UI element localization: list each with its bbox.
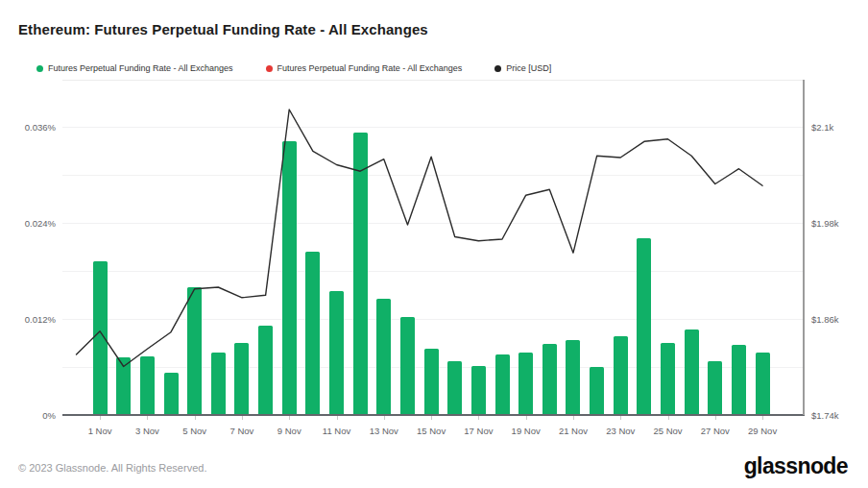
funding-rate-bar[interactable]: [590, 367, 604, 415]
x-axis-tick: [337, 416, 338, 420]
x-axis-tick-label: 19 Nov: [512, 426, 541, 436]
horizontal-gridline: [62, 223, 803, 224]
right-axis-line: [803, 80, 805, 415]
x-axis-tick-label: 5 Nov: [182, 426, 206, 436]
x-axis-tick: [384, 416, 385, 420]
funding-rate-bar[interactable]: [447, 361, 462, 415]
x-axis-tick-label: 9 Nov: [277, 426, 301, 436]
horizontal-gridline: [62, 319, 803, 320]
left-axis-tick-label: 0.012%: [13, 313, 56, 324]
horizontal-gridline: [62, 271, 803, 272]
x-axis-tick-label: 7 Nov: [230, 426, 254, 436]
x-axis-tick-label: 23 Nov: [606, 426, 635, 436]
x-axis-tick: [242, 416, 243, 420]
funding-rate-bar[interactable]: [305, 252, 320, 414]
funding-rate-bar[interactable]: [116, 357, 131, 414]
funding-rate-bar[interactable]: [234, 343, 249, 414]
x-axis-line: [62, 414, 805, 416]
x-axis-tick: [620, 416, 621, 420]
funding-rate-bar[interactable]: [495, 354, 510, 415]
funding-rate-bar[interactable]: [93, 261, 108, 415]
x-axis-tick-label: 25 Nov: [653, 426, 682, 436]
funding-rate-bar[interactable]: [424, 349, 439, 414]
left-axis-tick-label: 0.024%: [13, 217, 56, 228]
x-axis-tick: [762, 416, 763, 420]
right-axis-tick-label: $2.1k: [811, 121, 833, 132]
right-axis-tick-label: $1.98k: [811, 217, 839, 228]
funding-rate-bar[interactable]: [353, 133, 368, 414]
funding-rate-bar[interactable]: [566, 340, 580, 415]
x-axis-tick-label: 29 Nov: [748, 426, 777, 436]
horizontal-gridline: [62, 175, 803, 176]
x-axis-tick: [195, 416, 196, 420]
right-axis-tick-label: $1.74k: [811, 409, 839, 420]
x-axis-tick-label: 11 Nov: [323, 426, 350, 436]
funding-rate-bar[interactable]: [708, 361, 722, 415]
x-axis-tick: [100, 416, 101, 420]
right-axis-tick-label: $1.86k: [811, 313, 839, 324]
funding-rate-bar[interactable]: [329, 291, 344, 414]
funding-rate-bar[interactable]: [685, 329, 699, 414]
horizontal-gridline: [62, 127, 803, 128]
funding-rate-bar[interactable]: [164, 373, 179, 414]
funding-rate-bar[interactable]: [471, 366, 486, 415]
funding-rate-bar[interactable]: [187, 287, 202, 415]
copyright-text: © 2023 Glassnode. All Rights Reserved.: [18, 462, 206, 474]
price-line-path: [77, 110, 763, 367]
funding-rate-bar[interactable]: [376, 299, 391, 415]
funding-rate-bar[interactable]: [258, 326, 273, 415]
left-axis-tick-label: 0.036%: [13, 121, 56, 132]
x-axis-tick: [573, 416, 574, 420]
x-axis-tick: [147, 416, 148, 420]
funding-rate-bar[interactable]: [542, 344, 557, 414]
glassnode-logo: glassnode: [744, 453, 848, 479]
funding-rate-bar[interactable]: [282, 141, 297, 415]
plot-top-border: [62, 80, 803, 81]
x-axis-tick-label: 1 Nov: [88, 426, 112, 436]
x-axis-tick: [431, 416, 432, 420]
x-axis-tick-label: 3 Nov: [135, 426, 159, 436]
x-axis-tick: [715, 416, 716, 420]
funding-rate-bar[interactable]: [518, 353, 533, 415]
x-axis-tick: [526, 416, 527, 420]
x-axis-tick-label: 17 Nov: [464, 426, 493, 436]
glassnode-chart-page: Ethereum: Futures Perpetual Funding Rate…: [0, 0, 868, 488]
x-axis-tick: [668, 416, 669, 420]
funding-rate-bar[interactable]: [140, 356, 155, 415]
funding-rate-bar[interactable]: [614, 336, 628, 415]
x-axis-tick-label: 15 Nov: [417, 426, 446, 436]
chart-plot-area[interactable]: 0.036%0.024%0.012%0%$2.1k$1.98k$1.86k$1.…: [0, 0, 868, 488]
funding-rate-bar[interactable]: [756, 353, 770, 414]
x-axis-tick-label: 13 Nov: [370, 426, 398, 436]
x-axis-tick: [478, 416, 479, 420]
funding-rate-bar[interactable]: [211, 353, 226, 415]
funding-rate-bar[interactable]: [400, 317, 415, 415]
x-axis-tick-label: 27 Nov: [701, 426, 730, 436]
funding-rate-bar[interactable]: [732, 345, 746, 415]
funding-rate-bar[interactable]: [661, 343, 675, 414]
x-axis-tick-label: 21 Nov: [559, 426, 588, 436]
funding-rate-bar[interactable]: [637, 238, 651, 414]
left-axis-tick-label: 0%: [13, 409, 56, 420]
x-axis-tick: [289, 416, 290, 420]
